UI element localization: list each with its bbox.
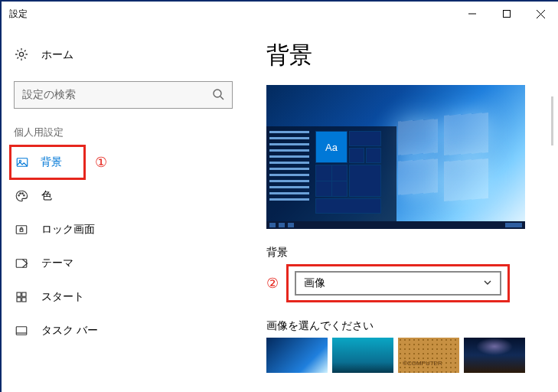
svg-rect-16 xyxy=(17,292,21,296)
annotation-box-1: 背景 xyxy=(9,145,86,180)
svg-rect-1 xyxy=(503,11,510,18)
maximize-button[interactable] xyxy=(489,2,524,25)
picture-thumb[interactable]: ©COMPUTER xyxy=(398,338,459,373)
preview-taskbar xyxy=(266,221,525,229)
lockscreen-icon xyxy=(14,223,29,237)
background-field-label: 背景 xyxy=(266,246,558,260)
svg-rect-18 xyxy=(17,298,21,302)
nav-item-label: ロック画面 xyxy=(41,223,95,237)
nav-taskbar[interactable]: タスク バー xyxy=(2,314,245,348)
svg-rect-15 xyxy=(16,260,27,268)
nav-themes[interactable]: テーマ xyxy=(2,247,245,280)
dropdown-value: 画像 xyxy=(304,276,325,290)
picture-thumb[interactable] xyxy=(266,338,328,373)
palette-icon xyxy=(14,189,29,203)
windows-logo-icon xyxy=(398,114,490,198)
gear-icon xyxy=(14,47,29,64)
svg-point-10 xyxy=(20,193,21,194)
nav-background[interactable]: 背景 ① xyxy=(2,145,245,179)
desktop-preview: Aa xyxy=(266,85,525,229)
search-icon xyxy=(212,88,224,103)
window-controls xyxy=(455,2,558,25)
chevron-down-icon xyxy=(483,277,492,289)
svg-point-5 xyxy=(214,90,221,97)
section-label: 個人用設定 xyxy=(2,126,245,139)
nav-item-label: タスク バー xyxy=(41,324,98,338)
picture-thumb[interactable] xyxy=(464,338,525,373)
nav-item-label: テーマ xyxy=(41,256,73,270)
svg-point-11 xyxy=(22,193,24,194)
svg-rect-20 xyxy=(16,327,27,335)
search-placeholder: 設定の検索 xyxy=(22,88,76,102)
svg-point-9 xyxy=(18,195,20,197)
svg-point-12 xyxy=(24,195,25,197)
home-button[interactable]: ホーム xyxy=(2,40,245,70)
home-label: ホーム xyxy=(41,48,73,62)
page-title: 背景 xyxy=(266,40,558,71)
sidebar: ホーム 設定の検索 個人用設定 背景 ① 色 xyxy=(2,26,245,392)
titlebar: 設定 xyxy=(2,2,558,26)
annotation-number-2: ② xyxy=(266,275,279,292)
picture-icon xyxy=(15,155,30,169)
main-panel: 背景 Aa xyxy=(245,26,558,392)
svg-point-4 xyxy=(19,52,23,56)
annotation-box-2: 画像 xyxy=(286,264,510,302)
start-icon xyxy=(14,290,29,304)
search-input[interactable]: 設定の検索 xyxy=(14,81,233,109)
window-title: 設定 xyxy=(9,8,28,21)
svg-line-6 xyxy=(220,96,224,100)
nav-colors[interactable]: 色 xyxy=(2,179,245,213)
minimize-button[interactable] xyxy=(455,2,489,25)
svg-point-8 xyxy=(19,160,21,162)
nav-lockscreen[interactable]: ロック画面 xyxy=(2,213,245,247)
background-dropdown[interactable]: 画像 xyxy=(295,271,501,296)
choose-picture-label: 画像を選んでください xyxy=(266,319,558,333)
annotation-number-1: ① xyxy=(95,154,107,171)
picture-thumbnails: ©COMPUTER xyxy=(266,338,558,373)
preview-start-menu: Aa xyxy=(266,126,396,229)
svg-rect-14 xyxy=(20,229,23,231)
nav-item-label: スタート xyxy=(41,290,84,304)
scrollbar[interactable] xyxy=(551,96,553,145)
nav-item-label: 色 xyxy=(41,189,52,203)
themes-icon xyxy=(14,256,29,270)
picture-thumb[interactable] xyxy=(332,338,393,373)
preview-sample-tile: Aa xyxy=(315,131,348,163)
nav-start[interactable]: スタート xyxy=(2,280,245,314)
taskbar-icon xyxy=(14,324,29,338)
nav-item-label: 背景 xyxy=(41,155,62,169)
svg-rect-17 xyxy=(22,292,26,296)
svg-rect-13 xyxy=(16,226,27,234)
svg-rect-19 xyxy=(22,298,26,302)
close-button[interactable] xyxy=(524,2,558,25)
